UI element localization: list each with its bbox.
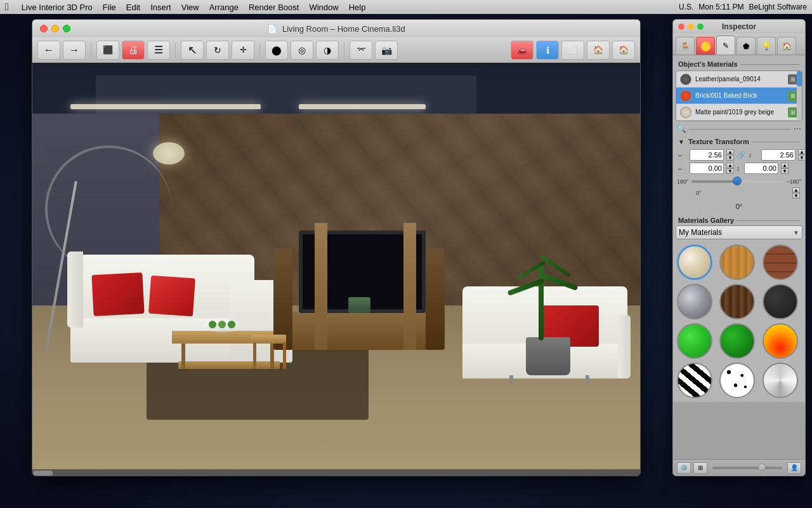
gallery-item-spots[interactable] [719,363,755,398]
menubar-insert[interactable]: Insert [150,3,171,12]
link-icon[interactable]: 🔗 [737,150,746,159]
angle-up[interactable]: ▲ [792,187,800,193]
gallery-item-green-dark[interactable] [719,323,755,359]
coffee-table-shelf [178,361,280,369]
gallery-item-dark[interactable] [763,284,798,319]
inspector-panel: Inspector 🪑 🟡 ✎ ⬟ 💡 🏠 Object's Materials… [672,19,806,476]
align-btn[interactable]: ⌤ [350,41,372,60]
gallery-item-dark-wood[interactable] [719,284,755,319]
offset-x-down[interactable]: ▼ [726,168,734,174]
inspector-minimize[interactable] [688,23,694,30]
gallery-item-metal[interactable] [677,284,712,319]
menubar-render[interactable]: Render Boost [249,3,299,12]
scale-x-stepper: ▲ ▼ [726,149,734,161]
grid-btn[interactable]: ⊞ [693,462,707,474]
nav-back-button[interactable]: ← [37,41,60,60]
inspector-maximize[interactable] [697,23,704,30]
tab-material[interactable]: 🟡 [696,37,715,55]
materials-scrollbar[interactable] [797,71,802,121]
scale-y-down[interactable]: ▼ [798,155,806,161]
scale-y-up[interactable]: ▲ [798,149,806,155]
maximize-button[interactable] [63,25,70,32]
gallery-item-wood-light[interactable] [719,244,755,280]
move-tool[interactable]: ✛ [232,41,254,60]
gallery-item-fire[interactable] [763,323,798,359]
angle-down[interactable]: ▼ [792,193,800,199]
small-plant [348,297,370,313]
menubar-help[interactable]: Help [349,3,366,12]
offset-y-stepper: ▲ ▼ [781,163,789,174]
inspector-close[interactable] [678,23,684,30]
scale-x-down[interactable]: ▼ [726,155,734,161]
offset-x-up[interactable]: ▲ [726,163,734,168]
half-sphere-btn[interactable]: ◑ [316,41,339,60]
frame-btn[interactable]: ⬜ [561,41,584,60]
offset-x-input[interactable] [690,163,724,174]
nav-forward-button[interactable]: → [63,41,86,60]
tab-house[interactable]: 🏠 [777,37,796,55]
objects-btn[interactable]: 🚗 [511,41,534,60]
tab-texture[interactable]: ✎ [716,36,735,55]
sphere-btn[interactable]: ⬤ [265,41,288,60]
angle-stepper: ▲ ▼ [792,187,800,199]
menubar-edit[interactable]: Edit [126,3,140,12]
apple-menu[interactable]:  [5,1,9,13]
material-item-1[interactable]: Brick/001 Baked Brick ⊞ [676,88,802,104]
tab-geometry[interactable]: ⬟ [737,37,756,55]
view3d-btn[interactable]: 🏠 [612,41,635,60]
menubar-arrange[interactable]: Arrange [209,3,239,12]
scale-x-input[interactable]: 2.56 [690,149,724,161]
render-button[interactable]: 🖨 [122,41,145,60]
floor-plan-button[interactable]: ⬛ [96,41,119,60]
house-btn[interactable]: 🏠 [587,41,610,60]
tab-light[interactable]: 💡 [757,37,776,55]
view-button[interactable]: ☰ [147,41,170,60]
gallery-dropdown[interactable]: My Materials ▼ [676,225,802,239]
rotate-tool[interactable]: ↻ [206,41,229,60]
viewport-scrollbar[interactable] [32,469,640,476]
offset-y-input[interactable] [744,163,778,174]
minimize-button[interactable] [51,25,59,32]
fruit-3 [228,321,235,328]
sofa-right-arm [618,315,631,378]
scale-y-input[interactable]: 2.56 [761,149,796,161]
angle-slider-row: 180° −180° [677,176,801,187]
menubar-locale: U.S. [679,3,693,11]
material-item-0[interactable]: Leather/pamela_09014 ⊞ [676,71,802,88]
menubar-view[interactable]: View [181,3,199,12]
gallery-item-brick[interactable] [763,244,798,280]
offset-row: ↔ ▲ ▼ ↕ ▲ ▼ [677,163,801,174]
info-btn[interactable]: ℹ [536,41,559,60]
offset-x-stepper: ▲ ▼ [726,163,734,174]
gallery-item-green-bright[interactable] [677,323,712,359]
tv-console [280,312,445,350]
viewport-3d[interactable] [32,63,640,476]
select-tool[interactable]: ↖ [181,41,204,60]
angle-slider[interactable] [691,180,784,183]
offset-y-up[interactable]: ▲ [781,163,789,168]
scrollbar-handle[interactable] [34,471,53,476]
filter-more-icon[interactable]: ⋯ [794,124,801,133]
menubar-window[interactable]: Window [309,3,338,12]
gallery-item-cream[interactable] [677,244,712,280]
close-button[interactable] [40,25,48,32]
ring-btn[interactable]: ◎ [291,41,313,60]
fruit-1 [209,321,216,328]
gallery-item-zebra[interactable] [677,363,712,398]
menubar-app[interactable]: Live Interior 3D Pro [22,3,93,12]
gallery-separator [737,220,800,221]
size-slider[interactable] [712,467,782,469]
person-btn[interactable]: 👤 [787,462,801,474]
menubar-file[interactable]: File [103,3,116,12]
gallery-item-chrome[interactable] [763,363,798,398]
settings-btn[interactable]: ⚙️ [677,462,691,474]
material-item-2[interactable]: Matte paint/1019 grey beige ⊞ [676,104,802,121]
camera-btn[interactable]: 📷 [375,41,398,60]
search-icon[interactable]: 🔍 [677,124,686,133]
offset-y-down[interactable]: ▼ [781,168,789,174]
cushion-red-2 [148,276,195,317]
menubar-brand: BeLight Software [749,3,807,11]
table-leg-1 [181,344,185,369]
tab-chair[interactable]: 🪑 [676,37,695,55]
scale-x-up[interactable]: ▲ [726,149,734,155]
